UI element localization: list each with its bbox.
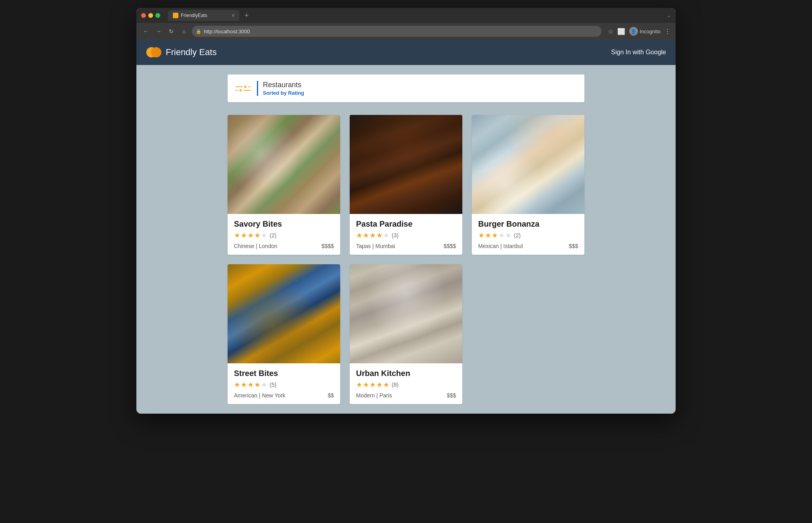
rating-row: ★★★★★ (2) [478,231,578,240]
star-full: ★ [370,231,376,240]
split-view-icon[interactable]: ⬜ [617,28,625,35]
incognito-avatar: 👤 [629,27,638,36]
cuisine-location: American | New York [234,392,285,399]
cuisine-location: Modern | Paris [356,392,392,399]
stars: ★★★★★ [234,380,267,389]
restaurant-name: Urban Kitchen [356,369,456,378]
restaurant-card[interactable]: Street Bites ★★★★★ (5) American | New Yo… [228,264,340,404]
restaurant-image [350,264,462,363]
restaurants-title-block: Restaurants Sorted by Rating [257,81,304,96]
menu-icon[interactable]: ⋮ [665,28,671,35]
star-full: ★ [363,380,369,389]
restaurant-info: Street Bites ★★★★★ (5) American | New Yo… [228,363,340,404]
filter-icon[interactable] [236,86,251,92]
tab-bar: FriendlyEats × + [168,10,664,21]
filter-bar [236,90,238,91]
bookmark-icon[interactable]: ☆ [608,28,613,35]
reload-button[interactable]: ↻ [167,27,176,36]
restaurant-card[interactable]: Pasta Paradise ★★★★★ (3) Tapas | Mumbai … [350,115,462,255]
browser-window: FriendlyEats × + ⌄ ← → ↻ ⌂ 🔒 http://loca… [136,8,676,414]
cuisine-location: Tapas | Mumbai [356,243,395,249]
restaurant-image [228,115,340,214]
traffic-lights [141,13,160,18]
star-full: ★ [241,231,247,240]
lock-icon: 🔒 [196,29,201,34]
stars: ★★★★★ [356,380,389,389]
rating-count: (5) [270,382,276,388]
filter-circle [239,89,242,92]
incognito-label: Incognito [640,29,661,34]
address-bar[interactable]: 🔒 http://localhost:3000 [192,26,601,37]
rating-count: (8) [392,382,398,388]
price-level: $$$ [569,243,578,249]
rating-row: ★★★★★ (2) [234,231,334,240]
restaurant-info: Pasta Paradise ★★★★★ (3) Tapas | Mumbai … [350,214,462,255]
stars: ★★★★★ [356,231,389,240]
tab-close-button[interactable]: × [232,13,235,18]
maximize-button[interactable] [155,13,160,18]
app-header: Friendly Eats Sign In with Google [136,40,676,65]
restaurant-name: Pasta Paradise [356,220,456,229]
home-button[interactable]: ⌂ [179,27,189,36]
stars: ★★★★★ [234,231,267,240]
star-full: ★ [478,231,485,240]
star-full: ★ [241,380,247,389]
filter-bar [243,90,251,91]
restaurant-meta: Modern | Paris $$$ [356,392,456,399]
star-full: ★ [234,231,240,240]
restaurant-image [228,264,340,363]
restaurant-info: Savory Bites ★★★★★ (2) Chinese | London … [228,214,340,255]
star-full: ★ [247,380,254,389]
restaurant-card[interactable]: Burger Bonanza ★★★★★ (2) Mexican | Istan… [472,115,584,255]
rating-count: (2) [270,232,276,239]
cuisine-location: Mexican | Istanbul [478,243,523,249]
rating-count: (2) [514,232,521,239]
active-tab[interactable]: FriendlyEats × [168,10,239,21]
filter-bar [248,86,251,87]
restaurant-meta: American | New York $$ [234,392,334,399]
main-content: Restaurants Sorted by Rating Savory Bite… [136,65,676,414]
back-button[interactable]: ← [141,27,151,36]
restaurant-image [472,115,584,214]
restaurant-meta: Chinese | London $$$$ [234,243,334,249]
tab-title: FriendlyEats [181,13,229,18]
restaurant-name: Street Bites [234,369,334,378]
star-half: ★ [376,231,383,240]
rating-row: ★★★★★ (8) [356,380,456,389]
price-level: $$$$ [322,243,334,249]
new-tab-button[interactable]: + [242,11,251,20]
stars: ★★★★★ [478,231,511,240]
chevron-down-icon[interactable]: ⌄ [667,13,671,18]
content-wrapper: Restaurants Sorted by Rating Savory Bite… [228,74,584,404]
filter-line-1 [236,86,251,88]
toolbar-actions: ☆ ⬜ 👤 Incognito ⋮ [608,27,671,36]
star-full: ★ [376,380,383,389]
browser-titlebar: FriendlyEats × + ⌄ [136,8,676,23]
browser-toolbar: ← → ↻ ⌂ 🔒 http://localhost:3000 ☆ ⬜ 👤 In… [136,23,676,40]
cuisine-location: Chinese | London [234,243,278,249]
incognito-badge[interactable]: 👤 Incognito [629,27,661,36]
sign-in-button[interactable]: Sign In with Google [611,49,666,56]
restaurant-card[interactable]: Urban Kitchen ★★★★★ (8) Modern | Paris $… [350,264,462,404]
close-button[interactable] [141,13,146,18]
star-empty: ★ [261,380,267,389]
star-half: ★ [254,231,260,240]
price-level: $$ [327,392,334,399]
logo-icon [146,44,162,60]
restaurant-meta: Mexican | Istanbul $$$ [478,243,578,249]
forward-button[interactable]: → [154,27,163,36]
restaurant-card[interactable]: Savory Bites ★★★★★ (2) Chinese | London … [228,115,340,255]
star-full: ★ [370,380,376,389]
restaurant-name: Burger Bonanza [478,220,578,229]
restaurant-grid: Savory Bites ★★★★★ (2) Chinese | London … [228,115,584,404]
star-full: ★ [254,380,260,389]
restaurant-name: Savory Bites [234,220,334,229]
app-title: Friendly Eats [166,47,216,57]
url-text: http://localhost:3000 [204,29,250,34]
star-full: ★ [485,231,491,240]
restaurant-info: Urban Kitchen ★★★★★ (8) Modern | Paris $… [350,363,462,404]
svg-point-1 [151,47,161,57]
minimize-button[interactable] [148,13,153,18]
app-logo: Friendly Eats [146,44,216,60]
filter-circle [244,86,247,88]
